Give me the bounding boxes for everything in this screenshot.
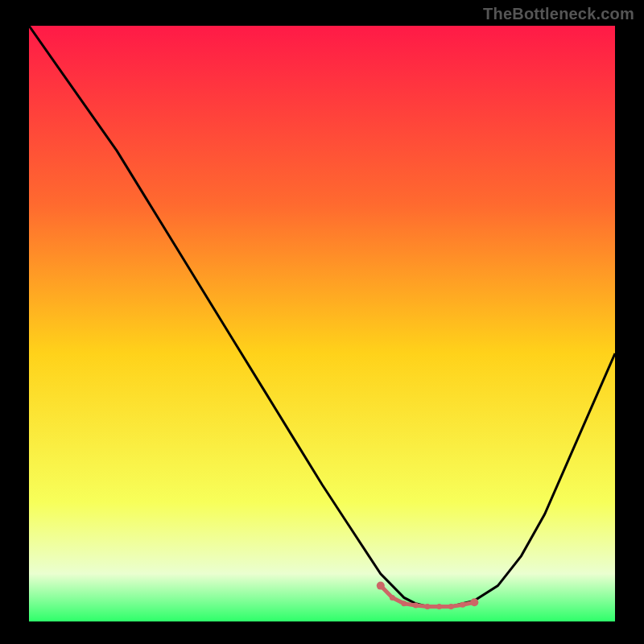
flat-marker [390,595,395,601]
flat-marker [448,604,454,609]
gradient-background [29,26,615,621]
chart-frame: TheBottleneck.com [0,0,644,644]
flat-marker [425,604,431,609]
flat-marker [436,604,442,609]
watermark-text: TheBottleneck.com [483,5,634,23]
bottleneck-chart [29,26,615,621]
flat-marker [401,601,407,606]
plot-area [29,26,615,621]
flat-marker [470,598,478,606]
flat-marker [413,603,419,609]
flat-marker [460,602,465,608]
flat-marker [377,582,385,590]
